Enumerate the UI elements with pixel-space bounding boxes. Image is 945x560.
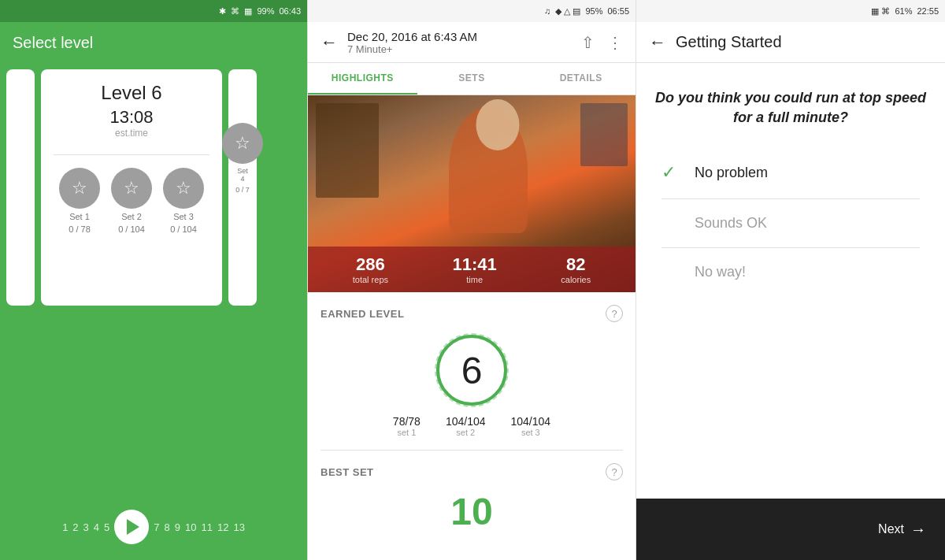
header-info: Dec 20, 2016 at 6:43 AM 7 Minute+	[347, 30, 572, 55]
panel1-header: Select level	[0, 22, 307, 63]
panel1-title: Select level	[13, 34, 93, 52]
set4-progress: 0 / 7	[235, 186, 250, 194]
next-button[interactable]: Next →	[636, 499, 945, 560]
back-button-3[interactable]: ←	[649, 32, 666, 53]
set-scores-row: 78/78 set 1 104/104 set 2 104/104 set 3	[393, 415, 550, 437]
status-bar-3: ▦ ⌘ 61% 22:55	[636, 0, 945, 22]
answer-sounds-ok[interactable]: Sounds OK	[649, 199, 932, 247]
next-arrow-icon: →	[910, 521, 926, 539]
tabs-row: HIGHLIGHTS SETS DETAILS	[308, 63, 636, 95]
status-bar-2: ♫ ◆ △ ▤ 95% 06:55	[308, 0, 636, 22]
reps-label: total reps	[353, 275, 388, 284]
workout-type: 7 Minute+	[347, 43, 572, 55]
back-button[interactable]: ←	[321, 32, 338, 53]
level-card[interactable]: Level 6 13:08 est.time ☆ Set 1 0 / 78 ☆ …	[41, 69, 222, 306]
page-11[interactable]: 11	[201, 521, 212, 533]
workout-image: 286 total reps 11:41 time 82 calories	[308, 95, 636, 292]
answer-no-problem[interactable]: ✓ No problem	[649, 146, 932, 198]
spotify-icon: ♫	[544, 6, 550, 16]
set3-star: ☆	[163, 168, 204, 209]
answer-options: ✓ No problem Sounds OK No way!	[636, 146, 945, 296]
set3-progress: 0 / 104	[170, 224, 197, 234]
time-value: 11:41	[453, 254, 497, 275]
signal-3: ▦ ⌘	[871, 6, 890, 17]
page-7[interactable]: 7	[154, 521, 159, 533]
next-label: Next	[878, 522, 904, 536]
stat-reps: 286 total reps	[353, 254, 388, 284]
set3-score-value: 104/104	[511, 415, 551, 428]
stars-row: ☆ Set 1 0 / 78 ☆ Set 2 0 / 104 ☆ Set 3 0…	[54, 168, 209, 234]
est-time: 13:08	[54, 107, 209, 128]
stat-calories: 82 calories	[561, 254, 591, 284]
answer-sounds-ok-text: Sounds OK	[695, 215, 767, 232]
page-4[interactable]: 4	[94, 521, 99, 533]
set4-label: Set 4	[235, 167, 250, 183]
card-partial-right: ☆ Set 4 0 / 7	[228, 69, 257, 306]
panel2-header: ← Dec 20, 2016 at 6:43 AM 7 Minute+ ⇧ ⋮	[308, 22, 636, 63]
set1-score: 78/78 set 1	[393, 415, 421, 437]
page-13[interactable]: 13	[233, 521, 244, 533]
set1-score-label: set 1	[393, 428, 421, 437]
est-label: est.time	[54, 128, 209, 139]
pagination-bar: 1 2 3 4 5 7 8 9 10 11 12 13	[0, 510, 307, 544]
level-circle-container: 6 78/78 set 1 104/104 set 2 104/104 set …	[321, 335, 623, 437]
tab-details[interactable]: DETAILS	[526, 63, 636, 95]
page-9[interactable]: 9	[175, 521, 180, 533]
workout-stats-overlay: 286 total reps 11:41 time 82 calories	[308, 247, 636, 292]
workout-details-panel: ♫ ◆ △ ▤ 95% 06:55 ← Dec 20, 2016 at 6:43…	[307, 0, 636, 560]
answer-no-problem-text: No problem	[695, 165, 768, 181]
bluetooth-icon: ✱	[219, 6, 226, 17]
best-set-section: BEST SET ? 10	[308, 451, 636, 543]
status-bar-1: ✱ ⌘ ▦ 99% 06:43	[0, 0, 307, 22]
best-set-header: BEST SET ?	[321, 463, 623, 480]
play-button[interactable]	[114, 510, 149, 544]
card-partial-left	[6, 69, 35, 306]
set3-score: 104/104 set 3	[511, 415, 551, 437]
select-level-panel: ✱ ⌘ ▦ 99% 06:43 Select level Level 6 13:…	[0, 0, 307, 560]
set3-score-label: set 3	[511, 428, 551, 437]
card-divider	[54, 154, 209, 155]
set2-label: Set 2	[121, 212, 142, 221]
level-name: Level 6	[54, 82, 209, 104]
earned-section: EARNED LEVEL ? 6 78/78 set 1 104/104 set…	[308, 292, 636, 450]
earned-help-icon[interactable]: ?	[606, 305, 623, 322]
more-icon[interactable]: ⋮	[607, 33, 623, 52]
page-2[interactable]: 2	[72, 521, 78, 533]
time-3: 22:55	[917, 6, 939, 16]
set1-progress: 0 / 78	[69, 224, 91, 234]
page-8[interactable]: 8	[165, 521, 170, 533]
page-12[interactable]: 12	[217, 521, 228, 533]
signal-icon: ▦	[244, 6, 252, 17]
set1-container: ☆ Set 1 0 / 78	[59, 168, 100, 234]
check-icon: ✓	[662, 162, 685, 183]
best-set-help-icon[interactable]: ?	[606, 463, 623, 480]
share-icon[interactable]: ⇧	[581, 33, 595, 52]
earned-level-circle: 6	[436, 335, 507, 406]
battery-percent-3: 61%	[895, 6, 912, 16]
wifi-icon: ⌘	[231, 6, 239, 17]
set3-container: ☆ Set 3 0 / 104	[163, 168, 204, 234]
play-icon	[127, 519, 139, 535]
page-3[interactable]: 3	[83, 521, 89, 533]
page-5[interactable]: 5	[104, 521, 109, 533]
status-icons: ◆ △ ▤	[555, 6, 580, 17]
panel3-header: ← Getting Started	[636, 22, 945, 63]
earned-section-header: EARNED LEVEL ?	[321, 305, 623, 322]
calories-label: calories	[561, 275, 591, 284]
answer-no-way[interactable]: No way!	[649, 248, 932, 296]
getting-started-panel: ▦ ⌘ 61% 22:55 ← Getting Started Do you t…	[636, 0, 945, 560]
page-1[interactable]: 1	[62, 521, 68, 533]
question-section: Do you think you could run at top speed …	[636, 63, 945, 146]
set1-label: Set 1	[69, 212, 90, 221]
tab-highlights[interactable]: HIGHLIGHTS	[308, 63, 417, 95]
time-1: 06:43	[279, 6, 301, 16]
calories-value: 82	[561, 254, 591, 275]
earned-level-number: 6	[461, 349, 483, 392]
battery-percent-1: 99%	[257, 6, 274, 16]
best-set-value: 10	[321, 493, 623, 531]
set3-label: Set 3	[173, 212, 194, 221]
set4-star: ☆	[222, 123, 263, 164]
tab-sets[interactable]: SETS	[417, 63, 527, 95]
page-10[interactable]: 10	[185, 521, 196, 533]
workout-date: Dec 20, 2016 at 6:43 AM	[347, 30, 572, 43]
